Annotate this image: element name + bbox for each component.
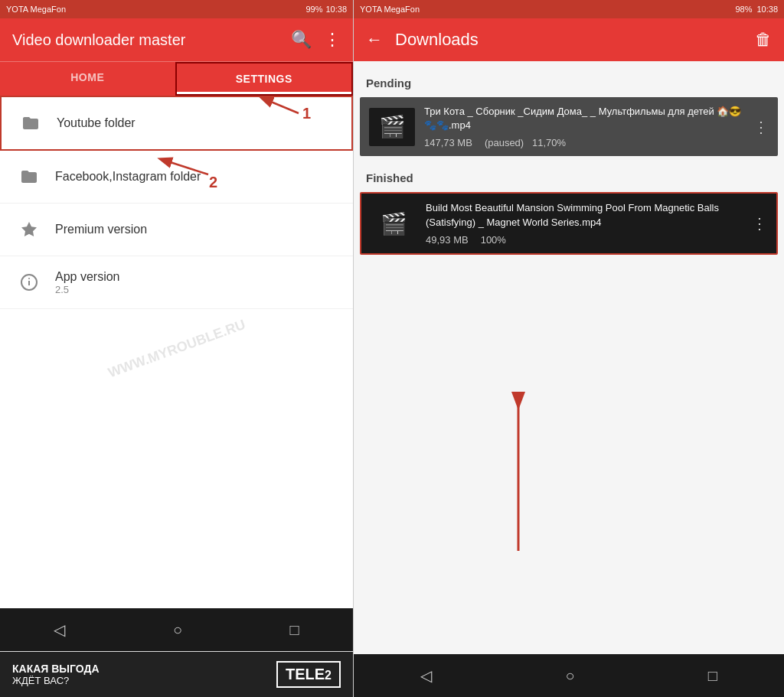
- ad-logo: TELE2: [276, 661, 341, 688]
- youtube-folder-label: Youtube folder: [57, 116, 136, 130]
- info-icon: [15, 269, 43, 296]
- finished-title: Build Most Beautiful Mansion Swimming Po…: [426, 201, 743, 229]
- left-bottom-nav: ◁ ○ □: [0, 608, 353, 651]
- tab-settings-label: SETTINGS: [236, 73, 292, 85]
- recent-button-right[interactable]: □: [690, 661, 736, 691]
- home-button-left[interactable]: ○: [155, 615, 201, 645]
- home-button-right[interactable]: ○: [547, 661, 593, 691]
- menu-item-appversion: App version 2.5: [0, 256, 353, 309]
- downloads-title: Downloads: [395, 30, 743, 50]
- right-status-bar: YOTA MegaFon 98% 10:38: [354, 0, 784, 18]
- menu-item-facebook[interactable]: Facebook,Instagram folder: [0, 151, 353, 204]
- pending-header: Pending: [354, 70, 784, 94]
- svg-point-2: [28, 278, 30, 279]
- clapper-icon-pending: 🎬: [379, 114, 406, 139]
- app-version-info: App version 2.5: [55, 270, 120, 295]
- appversion-label: App version: [55, 270, 120, 284]
- ad-text: КАКАЯ ВЫГОДА ЖДЁТ ВАС?: [12, 663, 100, 686]
- pending-download-item[interactable]: 🎬 Три Кота _ Сборник _Сидим Дома_ _ Муль…: [360, 97, 778, 156]
- downloads-content: Pending 🎬 Три Кота _ Сборник _Сидим Дома…: [354, 61, 784, 654]
- menu-item-premium[interactable]: Premium version: [0, 204, 353, 256]
- left-carrier: YOTA MegaFon: [6, 5, 66, 14]
- app-bar-icons: 🔍 ⋮: [291, 30, 341, 50]
- finished-info: Build Most Beautiful Mansion Swimming Po…: [426, 201, 743, 245]
- right-bottom-nav: ◁ ○ □: [354, 654, 784, 697]
- tab-settings[interactable]: SETTINGS: [175, 62, 354, 96]
- left-carrier-text: YOTA MegaFon: [6, 5, 66, 14]
- delete-icon[interactable]: 🗑: [755, 30, 772, 50]
- search-icon[interactable]: 🔍: [291, 30, 312, 50]
- right-phone-screen: YOTA MegaFon 98% 10:38 ← Downloads 🗑 Pen…: [354, 0, 784, 697]
- pending-thumb: 🎬: [369, 108, 415, 146]
- pending-title: Три Кота _ Сборник _Сидим Дома_ _ Мультф…: [424, 105, 744, 132]
- right-carrier: YOTA MegaFon: [360, 5, 420, 14]
- tab-home-label: HOME: [70, 71, 104, 83]
- menu-item-youtube[interactable]: Youtube folder: [0, 96, 353, 151]
- clapper-icon-finished: 🎬: [381, 211, 407, 236]
- more-options-icon[interactable]: ⋮: [324, 30, 341, 50]
- finished-progress: 100%: [481, 234, 506, 246]
- left-time: 10:38: [325, 5, 347, 14]
- folder-icon-youtube: [17, 109, 44, 137]
- left-battery: 99%: [305, 5, 322, 14]
- star-icon: [15, 216, 43, 243]
- pending-meta: 147,73 MB (paused) 11,70%: [424, 137, 744, 148]
- left-status-bar: YOTA MegaFon 99% 10:38: [0, 0, 353, 18]
- left-status-right: 99% 10:38: [305, 5, 347, 14]
- menu-list: Youtube folder Facebook,Instagram folder…: [0, 96, 353, 608]
- pending-info: Три Кота _ Сборник _Сидим Дома_ _ Мультф…: [424, 105, 744, 148]
- tab-home[interactable]: HOME: [0, 62, 175, 96]
- finished-more-icon[interactable]: ⋮: [752, 214, 767, 233]
- folder-icon-facebook: [15, 163, 43, 191]
- back-icon[interactable]: ←: [366, 30, 383, 50]
- right-app-bar: ← Downloads 🗑: [354, 18, 784, 61]
- appversion-number: 2.5: [55, 284, 120, 295]
- finished-size: 49,93 MB: [426, 234, 469, 246]
- recent-button-left[interactable]: □: [272, 615, 318, 645]
- finished-thumb: 🎬: [371, 204, 416, 243]
- finished-meta: 49,93 MB 100%: [426, 234, 743, 246]
- tabs-bar: HOME SETTINGS: [0, 61, 353, 96]
- pending-size: 147,73 MB: [424, 137, 472, 148]
- pending-status: (paused) 11,70%: [485, 137, 566, 148]
- left-app-bar: Video downloader master 🔍 ⋮: [0, 18, 353, 61]
- facebook-folder-label: Facebook,Instagram folder: [55, 170, 201, 184]
- left-phone-screen: YOTA MegaFon 99% 10:38 Video downloader …: [0, 0, 354, 697]
- back-button-right[interactable]: ◁: [402, 660, 450, 691]
- finished-header: Finished: [354, 165, 784, 189]
- ad-banner: КАКАЯ ВЫГОДА ЖДЁТ ВАС? TELE2: [0, 651, 353, 697]
- premium-label: Premium version: [55, 223, 147, 236]
- pending-more-icon[interactable]: ⋮: [753, 118, 769, 136]
- right-status-right: 98% 10:38: [735, 5, 778, 14]
- app-title: Video downloader master: [12, 31, 291, 49]
- back-button-left[interactable]: ◁: [35, 614, 83, 645]
- finished-download-item[interactable]: 🎬 Build Most Beautiful Mansion Swimming …: [360, 192, 778, 254]
